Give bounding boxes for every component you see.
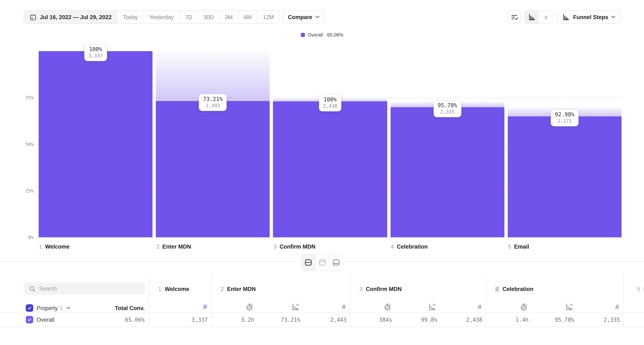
hash-glyph: # — [203, 304, 207, 310]
funnel-chart: 100%3,3371Welcome73.21%2,4432Enter MDN10… — [39, 51, 622, 237]
metric-values-row: 3,337 — [149, 312, 211, 327]
time-to-convert-icon[interactable] — [212, 303, 258, 311]
count-icon[interactable]: # — [440, 303, 486, 311]
time-to-convert-icon[interactable] — [486, 303, 532, 311]
chart-value-toggle: # — [524, 11, 554, 24]
bar-tooltip: 92.98%2,171 — [551, 109, 578, 126]
step-column-number: 5 — [637, 286, 640, 292]
tooltip-percent: 100% — [88, 46, 103, 52]
preset-group: TodayYesterday7D30D3M6M12M — [117, 11, 279, 23]
funnel-bar-step-3[interactable]: 100%2,4383Confirm MDN — [273, 51, 387, 237]
y-tick-label: 75% — [25, 95, 34, 100]
step-column-title: 5Ste — [637, 286, 644, 292]
conversion-rate-icon[interactable]: % — [258, 303, 304, 311]
y-tick-mark — [36, 237, 38, 238]
tooltip-percent: 92.98% — [555, 111, 574, 117]
row-left-cell: Overall 65.06% — [0, 312, 149, 327]
number-view-button[interactable]: # — [539, 11, 553, 23]
step-axis-label: 2Enter MDN — [156, 244, 191, 250]
header-view-icon — [318, 259, 326, 266]
chart-view-button[interactable] — [525, 11, 539, 23]
metric-values-row: 5.2h73.21%2,443 — [212, 312, 350, 327]
preset-3m[interactable]: 3M — [219, 11, 238, 23]
funnel-bar-step-2[interactable]: 73.21%2,4432Enter MDN — [156, 51, 270, 237]
bar-tooltip: 100%2,438 — [319, 94, 341, 111]
step-number: 3 — [274, 244, 277, 250]
step-column-name: Enter MDN — [227, 286, 256, 292]
y-tick-label: 25% — [25, 188, 34, 193]
tooltip-count: 2,438 — [323, 103, 337, 109]
step-number: 4 — [391, 244, 394, 250]
preset-yesterday[interactable]: Yesterday — [143, 11, 179, 23]
table-data-row[interactable]: Overall 65.06% 3,3375.2h73.21%2,443384s9… — [0, 312, 644, 327]
step-name: Email — [514, 244, 529, 250]
metric-value: 73.21% — [258, 312, 304, 327]
compare-button[interactable]: Compare — [282, 11, 325, 24]
svg-text:%: % — [570, 303, 573, 306]
step-column-title: 4Celebration — [495, 286, 534, 292]
search-input[interactable] — [24, 283, 144, 295]
metric-icons-row: %# — [350, 303, 486, 311]
preset-12m[interactable]: 12M — [257, 11, 280, 23]
step-column-title: 3Confirm MDN — [360, 286, 402, 292]
step-axis-label: 3Confirm MDN — [274, 244, 316, 250]
count-icon[interactable]: # — [149, 303, 211, 311]
metric-icons-row: %# — [486, 303, 623, 311]
preset-7d[interactable]: 7D — [179, 11, 198, 23]
funnel-steps-dropdown[interactable]: Funnel Steps — [557, 11, 621, 24]
metric-value: 2,438 — [440, 312, 486, 327]
table-left-header: Property 1 Total Conv. — [0, 274, 149, 312]
date-range-button[interactable]: Jul 16, 2022 — Jul 29, 2022 — [24, 11, 117, 23]
chevron-down-icon[interactable] — [66, 307, 70, 309]
overall-checkbox[interactable] — [26, 316, 33, 323]
compare-label: Compare — [288, 14, 312, 20]
step-name: Enter MDN — [162, 244, 191, 250]
count-icon[interactable]: # — [304, 303, 350, 311]
funnel-bar-step-5[interactable]: 92.98%2,1715Email — [508, 51, 622, 237]
count-icon[interactable]: # — [578, 303, 623, 311]
row-label: Overall — [36, 316, 54, 323]
property-header-row: Property 1 Total Conv. — [26, 304, 144, 312]
metric-value: 2,335 — [578, 312, 623, 327]
chart-legend: Overall · 65.06% — [0, 33, 644, 38]
step-axis-label: 5Email — [508, 244, 529, 250]
property-index: 1 — [60, 305, 63, 311]
chart-only-button[interactable] — [315, 254, 329, 271]
y-tick-mark — [36, 191, 38, 191]
step-number: 5 — [508, 244, 511, 250]
y-tick-25: 25% — [25, 188, 38, 194]
column-header-ste: 5Ste — [623, 274, 644, 312]
hash-glyph: # — [342, 304, 346, 310]
property-checkbox[interactable] — [26, 304, 33, 312]
funnel-bar-step-4[interactable]: 95.78%2,3354Celebration — [390, 51, 504, 237]
y-tick-75: 75% — [25, 95, 38, 101]
event-filter-button[interactable] — [508, 11, 521, 24]
conversion-rate-icon[interactable]: % — [532, 303, 578, 311]
table-only-button[interactable] — [329, 254, 342, 271]
metric-value: 5.2h — [212, 312, 258, 327]
bar-converted-segment — [273, 101, 387, 237]
metric-value: 95.78% — [532, 312, 578, 327]
funnel-analysis-page: Jul 16, 2022 — Jul 29, 2022 TodayYesterd… — [0, 0, 644, 345]
funnel-bar-step-1[interactable]: 100%3,3371Welcome — [39, 51, 152, 237]
funnel-steps-label: Funnel Steps — [573, 14, 608, 20]
svg-text:%: % — [433, 303, 436, 306]
footer-view-icon — [332, 259, 340, 266]
date-range-label: Jul 16, 2022 — Jul 29, 2022 — [40, 14, 112, 20]
preset-today[interactable]: Today — [117, 11, 143, 23]
metric-value: 3,337 — [149, 312, 211, 327]
time-to-convert-icon[interactable] — [350, 303, 395, 311]
bar-tooltip: 100%3,337 — [84, 44, 107, 61]
bar-tooltip: 95.78%2,335 — [433, 100, 461, 117]
preset-6m[interactable]: 6M — [238, 11, 257, 23]
column-header-celebration: 4Celebration%# — [486, 274, 623, 312]
tooltip-count: 3,337 — [88, 53, 103, 59]
metric-value: 99.8% — [395, 312, 440, 327]
property-label: Property — [36, 305, 58, 311]
breakdown-table: Property 1 Total Conv. 1Welcome#2Enter M… — [0, 274, 644, 327]
bar-tooltip: 73.21%2,443 — [199, 94, 227, 111]
conversion-rate-icon[interactable]: % — [395, 303, 440, 311]
preset-30d[interactable]: 30D — [198, 11, 219, 23]
split-view-button[interactable] — [302, 254, 315, 271]
step-name: Confirm MDN — [280, 244, 316, 250]
